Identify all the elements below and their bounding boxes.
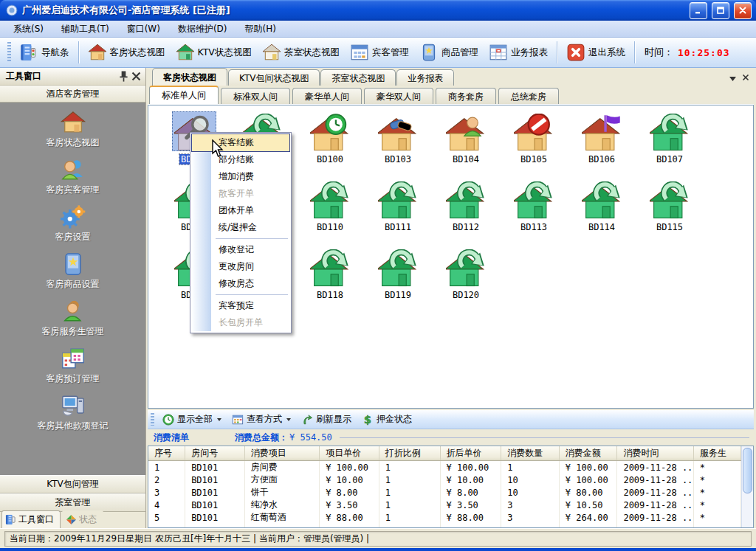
column-header-6[interactable]: 消费数量	[501, 446, 560, 461]
room-label: BD113	[519, 222, 549, 232]
column-header-7[interactable]: 消费金额	[559, 446, 617, 461]
toolbar-button-goods-management[interactable]: 商品管理	[414, 41, 484, 64]
context-menu-item-group-open-bill[interactable]: 团体开单	[192, 202, 289, 219]
toolbar-button-guest-management[interactable]: 宾客管理	[345, 41, 414, 64]
consumption-row[interactable]: 4BD101纯净水¥ 3.501¥ 3.503¥ 10.502009-11-28…	[148, 499, 741, 511]
consumption-row[interactable]: 2BD101方便面¥ 10.001¥ 10.0010¥ 100.002009-1…	[148, 474, 741, 486]
doc-tab-3[interactable]: 业务报表	[396, 69, 454, 86]
menu-item-0[interactable]: 系统(S)	[4, 21, 52, 37]
room-type-tab-1[interactable]: 标准双人间	[221, 88, 290, 104]
room-BD120[interactable]: BD120	[432, 247, 500, 315]
room-BD103[interactable]: BD103	[364, 111, 432, 179]
context-menu-item-guest-reservation[interactable]: 宾客预定	[192, 297, 289, 314]
sidebar-item-room-goods-settings[interactable]: 客房商品设置	[10, 252, 136, 299]
context-menu-item-longterm-open-bill[interactable]: 长包房开单	[192, 314, 289, 331]
column-header-0[interactable]: 序号	[148, 446, 185, 461]
menu-item-1[interactable]: 辅助工具(T)	[52, 21, 118, 37]
close-button[interactable]	[734, 2, 752, 19]
action-button-show-all[interactable]: 显示全部	[157, 412, 227, 427]
sidebar-item-room-booking-management[interactable]: 客房预订管理	[10, 346, 136, 393]
doc-tab-2[interactable]: 茶室状态视图	[320, 69, 396, 86]
column-header-4[interactable]: 打折比例	[379, 446, 440, 461]
action-button-refresh-display[interactable]: 刷新显示	[296, 412, 357, 427]
room-label: BD118	[315, 290, 345, 300]
action-button-deposit-status[interactable]: $押金状态	[357, 412, 417, 427]
doc-tab-1[interactable]: KTV包间状态视图	[228, 69, 320, 86]
context-menu-item-guest-checkout[interactable]: 宾客结账	[192, 134, 289, 151]
room-BD106[interactable]: BD106	[568, 111, 636, 179]
column-header-8[interactable]: 消费时间	[617, 446, 693, 461]
sidebar-group-header[interactable]: 酒店客房管理	[0, 86, 145, 103]
toolbar-button-business-report[interactable]: 业务报表	[484, 41, 553, 64]
menu-separator	[216, 294, 288, 295]
room-BD111[interactable]: BD111	[364, 179, 432, 247]
room-BD112[interactable]: BD112	[432, 179, 500, 247]
sidebar-item-room-status-view[interactable]: 客房状态视图	[10, 110, 136, 157]
column-header-9[interactable]: 服务生	[693, 446, 740, 461]
column-header-3[interactable]: 项目单价	[320, 446, 379, 461]
time-value: 10:25:03	[678, 47, 730, 58]
tab-close-icon[interactable]	[742, 73, 749, 83]
column-header-1[interactable]: 房间号	[185, 446, 245, 461]
maximize-button[interactable]	[712, 2, 729, 19]
room-type-tab-4[interactable]: 商务套房	[436, 88, 496, 104]
sidebar-item-room-waiter-management[interactable]: 客房服务生管理	[10, 299, 136, 346]
sidebar-item-room-guest-management[interactable]: 客房宾客管理	[10, 157, 136, 204]
context-menu-item-modify-registration[interactable]: 修改登记	[192, 241, 289, 258]
sidebar-item-room-other-payments[interactable]: 客房其他款项登记	[10, 393, 136, 440]
consumption-row[interactable]: 1BD101房间费¥ 100.001¥ 100.001¥ 100.002009-…	[148, 461, 741, 474]
consumption-table-zone: 序号房间号消费项目项目单价打折比例折后单价消费数量消费金额消费时间服务生 1BD…	[148, 446, 754, 528]
column-header-5[interactable]: 折后单价	[440, 446, 501, 461]
room-BD107[interactable]: BD107	[636, 111, 704, 179]
minimize-button[interactable]	[690, 2, 707, 19]
consumption-row[interactable]: 5BD101红葡萄酒¥ 88.001¥ 88.003¥ 264.002009-1…	[148, 511, 741, 524]
room-BD113[interactable]: BD113	[500, 179, 568, 247]
pin-icon[interactable]	[117, 71, 130, 83]
room-type-tab-3[interactable]: 豪华双人间	[364, 88, 433, 104]
sidebar-items: 客房状态视图 客房宾客管理 客房设置 客房商品设置 客房服务生管理 客房预订管理…	[0, 103, 145, 475]
context-menu-item-renew-refund-deposit[interactable]: 续/退押金	[192, 219, 289, 236]
menu-item-3[interactable]: 数据维护(D)	[169, 21, 236, 37]
room-type-tab-2[interactable]: 豪华单人间	[292, 88, 362, 104]
toolbar-button-tea-status-view[interactable]: 茶室状态视图	[257, 41, 345, 64]
room-BD115[interactable]: BD115	[636, 179, 704, 247]
room-label: BD103	[383, 154, 413, 164]
toolbar-button-room-status-view[interactable]: 客房状态视图	[83, 41, 171, 64]
room-BD114[interactable]: BD114	[568, 179, 636, 247]
action-button-view-mode[interactable]: 查看方式	[227, 412, 296, 427]
consumption-row[interactable]: 3BD101饼干¥ 8.001¥ 8.0010¥ 80.002009-11-28…	[148, 486, 741, 499]
context-menu-item-partial-checkout[interactable]: 部分结账	[192, 151, 289, 168]
consumption-table-wrap: 序号房间号消费项目项目单价打折比例折后单价消费数量消费金额消费时间服务生 1BD…	[148, 446, 741, 527]
vscroll-thumb[interactable]	[743, 448, 752, 493]
sidebar-tab-status[interactable]: 状态	[62, 510, 103, 528]
vertical-scrollbar[interactable]	[741, 446, 753, 527]
close-panel-icon[interactable]	[130, 71, 142, 83]
title-bar[interactable]: 广州爱启迪技术有限公司-酒店管理系统 [已注册]	[0, 0, 756, 21]
menu-item-4[interactable]: 帮助(H)	[236, 21, 285, 37]
room-BD119[interactable]: BD119	[364, 247, 432, 315]
sidebar-group-button-1[interactable]: 茶室管理	[0, 493, 145, 512]
toolbar-button-ktv-status-view[interactable]: KTV状态视图	[171, 41, 257, 64]
menu-item-2[interactable]: 窗口(W)	[118, 21, 169, 37]
toolbar-button-exit-system[interactable]: 退出系统	[561, 41, 630, 64]
room-house-vacant-icon	[376, 179, 420, 219]
sidebar-group-button-0[interactable]: KTV包间管理	[0, 475, 145, 493]
context-menu-item-modify-room-status[interactable]: 修改房态	[192, 275, 289, 292]
room-BD105[interactable]: BD105	[500, 111, 568, 179]
context-menu-item-change-room[interactable]: 更改房间	[192, 258, 289, 275]
context-menu-item-add-consumption[interactable]: 增加消费	[192, 168, 289, 185]
sidebar-item-room-settings[interactable]: 客房设置	[10, 204, 136, 252]
sidebar-bottom-tabs: 工具窗口 状态	[0, 512, 145, 528]
room-BD118[interactable]: BD118	[296, 247, 364, 315]
room-BD110[interactable]: BD110	[296, 179, 364, 247]
room-type-tab-0[interactable]: 标准单人间	[149, 86, 219, 104]
room-BD104[interactable]: BD104	[432, 111, 500, 179]
doc-tab-0[interactable]: 客房状态视图	[152, 68, 227, 86]
toolbar-button-navigator[interactable]: 导航条	[14, 41, 75, 64]
context-menu-item-walkin-open-bill[interactable]: 散客开单	[192, 185, 289, 202]
tab-list-dropdown-icon[interactable]	[729, 73, 736, 83]
room-BD100[interactable]: BD100	[296, 111, 364, 179]
column-header-2[interactable]: 消费项目	[244, 446, 319, 461]
room-type-tab-5[interactable]: 总统套房	[498, 88, 559, 104]
sidebar-tab-tool-window[interactable]: 工具窗口	[1, 510, 61, 528]
